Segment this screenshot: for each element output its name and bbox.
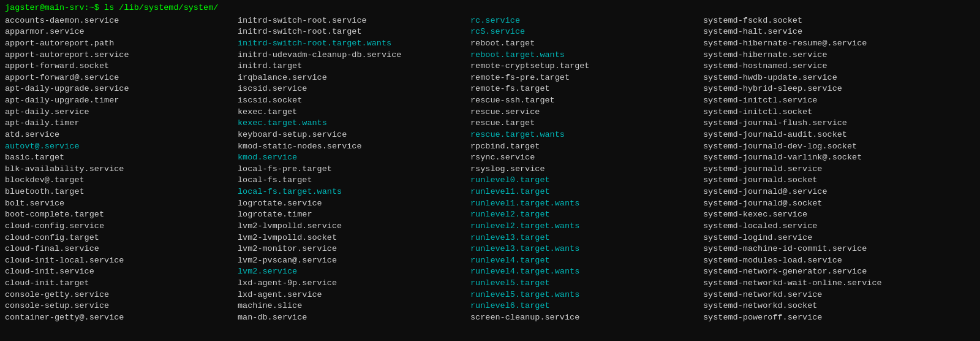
list-item: apt-daily.service <box>5 107 238 118</box>
list-item: systemd-hibernate-resume@.service <box>703 38 975 50</box>
column-2: initrd-switch-root.serviceinitrd-switch-… <box>238 15 470 324</box>
list-item: lvm2-lvmpolld.service <box>238 221 470 232</box>
list-item: runlevel5.target <box>470 278 703 289</box>
list-item: reboot.target <box>470 38 703 50</box>
file-listing: accounts-daemon.serviceapparmor.servicea… <box>5 15 975 324</box>
list-item: apport-autoreport.service <box>5 50 238 61</box>
list-item: atd.service <box>5 129 238 141</box>
list-item: kmod-static-nodes.service <box>238 141 470 153</box>
list-item: systemd-hostnamed.service <box>703 61 975 72</box>
list-item: systemd-journald-varlink@.socket <box>703 152 975 164</box>
list-item: iscsid.service <box>238 83 470 95</box>
list-item: blockdev@.target <box>5 175 238 186</box>
list-item: screen-cleanup.service <box>470 312 703 324</box>
list-item: man-db.service <box>238 312 470 324</box>
list-item: rsync.service <box>470 152 703 164</box>
list-item: autovt@.service <box>5 141 238 153</box>
list-item: lvm2-monitor.service <box>238 243 470 255</box>
list-item: runlevel2.target.wants <box>470 221 703 232</box>
list-item: systemd-machine-id-commit.service <box>703 243 975 255</box>
list-item: keyboard-setup.service <box>238 129 470 141</box>
list-item: rcS.service <box>470 26 703 38</box>
list-item: logrotate.service <box>238 198 470 210</box>
list-item: initrd-switch-root.target <box>238 26 470 38</box>
list-item: systemd-journald@.service <box>703 186 975 198</box>
list-item: console-getty.service <box>5 289 238 301</box>
list-item: remote-cryptsetup.target <box>470 61 703 72</box>
list-item: rpcbind.target <box>470 141 703 153</box>
list-item: systemd-kexec.service <box>703 209 975 221</box>
list-item: runlevel1.target <box>470 186 703 198</box>
list-item: systemd-network-generator.service <box>703 266 975 278</box>
list-item: reboot.target.wants <box>470 50 703 61</box>
list-item: bluetooth.target <box>5 186 238 198</box>
list-item: initrd-switch-root.target.wants <box>238 38 470 50</box>
list-item: systemd-halt.service <box>703 26 975 38</box>
column-4: systemd-fsckd.socketsystemd-halt.service… <box>703 15 975 324</box>
list-item: kexec.target.wants <box>238 118 470 129</box>
list-item: systemd-networkd-wait-online.service <box>703 278 975 289</box>
list-item: systemd-networkd.socket <box>703 301 975 312</box>
column-1: accounts-daemon.serviceapparmor.servicea… <box>5 15 238 324</box>
list-item: systemd-logind.service <box>703 232 975 244</box>
list-item: lvm2-pvscan@.service <box>238 255 470 267</box>
list-item: lxd-agent.service <box>238 289 470 301</box>
list-item: initrd.target <box>238 61 470 72</box>
list-item: cloud-init-local.service <box>5 255 238 267</box>
list-item: systemd-journald-dev-log.socket <box>703 141 975 153</box>
list-item: systemd-journald@.socket <box>703 198 975 210</box>
list-item: lxd-agent-9p.service <box>238 278 470 289</box>
list-item: irqbalance.service <box>238 72 470 84</box>
list-item: systemd-hybrid-sleep.service <box>703 83 975 95</box>
list-item: local-fs-pre.target <box>238 164 470 175</box>
list-item: systemd-poweroff.service <box>703 312 975 324</box>
list-item: basic.target <box>5 152 238 164</box>
list-item: apt-daily-upgrade.timer <box>5 95 238 107</box>
list-item: apport-autoreport.path <box>5 38 238 50</box>
list-item: blk-availability.service <box>5 164 238 175</box>
list-item: bolt.service <box>5 198 238 210</box>
list-item: systemd-initctl.socket <box>703 107 975 118</box>
list-item: runlevel1.target.wants <box>470 198 703 210</box>
list-item: cloud-final.service <box>5 243 238 255</box>
list-item: runlevel4.target <box>470 255 703 267</box>
list-item: apparmor.service <box>5 26 238 38</box>
list-item: rsyslog.service <box>470 164 703 175</box>
list-item: iscsid.socket <box>238 95 470 107</box>
list-item: remote-fs.target <box>470 83 703 95</box>
list-item: kmod.service <box>238 152 470 164</box>
list-item: systemd-fsckd.socket <box>703 15 975 27</box>
list-item: kexec.target <box>238 107 470 118</box>
list-item: cloud-init.service <box>5 266 238 278</box>
list-item: lvm2-lvmpolld.socket <box>238 232 470 244</box>
list-item: apport-forward@.service <box>5 72 238 84</box>
column-3: rc.servicercS.servicereboot.targetreboot… <box>470 15 703 324</box>
list-item: systemd-hwdb-update.service <box>703 72 975 84</box>
list-item: systemd-networkd.service <box>703 289 975 301</box>
list-item: runlevel2.target <box>470 209 703 221</box>
list-item: rescue.service <box>470 107 703 118</box>
list-item: cloud-config.service <box>5 221 238 232</box>
list-item: rc.service <box>470 15 703 27</box>
list-item: rescue-ssh.target <box>470 95 703 107</box>
list-item: boot-complete.target <box>5 209 238 221</box>
list-item: apport-forward.socket <box>5 61 238 72</box>
list-item: runlevel6.target <box>470 301 703 312</box>
prompt-line: jagster@main-srv:~$ ls /lib/systemd/syst… <box>5 2 975 14</box>
list-item: machine.slice <box>238 301 470 312</box>
list-item: accounts-daemon.service <box>5 15 238 27</box>
list-item: runlevel4.target.wants <box>470 266 703 278</box>
list-item: initrd-switch-root.service <box>238 15 470 27</box>
list-item: runlevel3.target.wants <box>470 243 703 255</box>
list-item: rescue.target <box>470 118 703 129</box>
list-item: remote-fs-pre.target <box>470 72 703 84</box>
list-item: apt-daily-upgrade.service <box>5 83 238 95</box>
list-item: systemd-modules-load.service <box>703 255 975 267</box>
list-item: local-fs.target.wants <box>238 186 470 198</box>
list-item: local-fs.target <box>238 175 470 186</box>
list-item: cloud-config.target <box>5 232 238 244</box>
list-item: systemd-journald.socket <box>703 175 975 186</box>
list-item: systemd-journald-audit.socket <box>703 129 975 141</box>
list-item: container-getty@.service <box>5 312 238 324</box>
list-item: lvm2.service <box>238 266 470 278</box>
